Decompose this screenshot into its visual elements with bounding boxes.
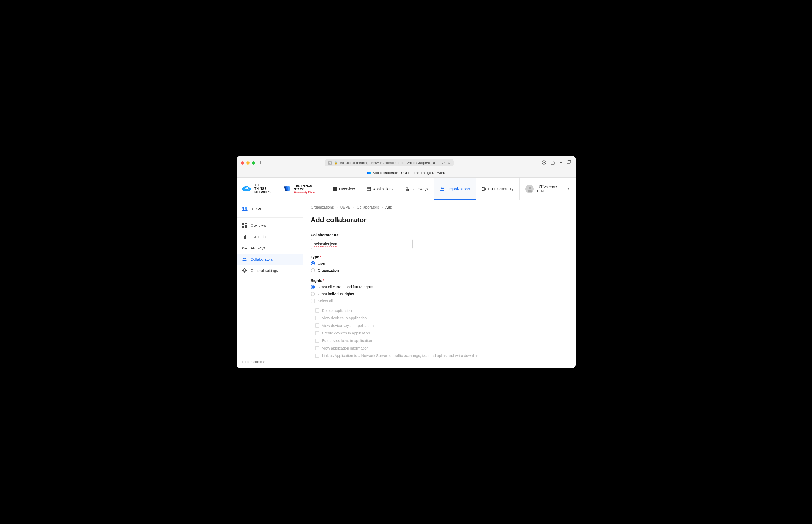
checkbox-icon: [315, 331, 319, 335]
nav-organizations[interactable]: Organizations: [434, 178, 475, 200]
svg-rect-9: [567, 161, 570, 164]
forward-button[interactable]: ›: [275, 160, 277, 166]
radio-icon: [311, 292, 315, 296]
sidebar-toggle-icon[interactable]: [260, 161, 265, 165]
new-tab-icon[interactable]: +: [559, 160, 562, 166]
avatar-icon: [525, 185, 534, 193]
cluster-sub: Community: [497, 187, 513, 191]
lock-icon: 🔒: [334, 161, 338, 165]
right-item: Link as Application to a Network Server …: [315, 354, 568, 358]
people-icon: [242, 257, 247, 262]
hide-sidebar-button[interactable]: ‹ Hide sidebar: [237, 355, 303, 368]
url-bar[interactable]: 🔒 eu1.cloud.thethings.network/console/or…: [325, 159, 454, 166]
chevron-right-icon: ›: [337, 206, 338, 209]
svg-rect-16: [406, 189, 409, 191]
sidebar-overview-label: Overview: [251, 223, 266, 228]
breadcrumb-organizations[interactable]: Organizations: [311, 205, 334, 209]
right-label: Link as Application to a Network Server …: [322, 354, 479, 358]
type-organization-label: Organization: [318, 268, 339, 273]
cluster-selector[interactable]: EU1 Community: [475, 178, 519, 200]
logo-line1: THE THINGS: [254, 184, 273, 191]
svg-rect-14: [367, 187, 371, 191]
rights-individual-radio[interactable]: Grant individual rights: [311, 292, 568, 296]
org-icon: [241, 206, 249, 212]
rights-all-radio[interactable]: Grant all current and future rights: [311, 285, 568, 289]
top-nav: THE THINGS NETWORK THE THINGS STACK Comm…: [237, 178, 576, 200]
grid-icon: [333, 187, 337, 191]
checkbox-icon: [311, 299, 315, 303]
right-item: View devices in application: [315, 316, 568, 320]
gateway-icon: [405, 187, 409, 191]
close-window-button[interactable]: [241, 161, 244, 165]
breadcrumb-org[interactable]: UBPE: [340, 205, 351, 209]
sidebar: UBPE Overview Live data API keys: [237, 200, 303, 368]
collaborator-id-value: sebastienjean: [314, 242, 337, 246]
breadcrumb: Organizations › UBPE › Collaborators › A…: [311, 205, 568, 209]
collaborator-id-group: Collaborator ID* sebastienjean: [311, 233, 568, 249]
sidebar-item-general-settings[interactable]: General settings: [237, 265, 303, 276]
window-icon: [367, 187, 371, 191]
checkbox-icon: [315, 339, 319, 343]
share-icon[interactable]: [551, 160, 555, 166]
right-label: View devices in application: [322, 316, 367, 320]
svg-rect-12: [333, 189, 335, 191]
user-name: IUT-Valence-TTN: [537, 185, 564, 193]
svg-point-18: [442, 187, 444, 189]
network-logo[interactable]: THE THINGS NETWORK: [237, 178, 278, 200]
user-menu[interactable]: IUT-Valence-TTN ▼: [519, 178, 575, 200]
sidebar-item-api-keys[interactable]: API keys: [237, 242, 303, 254]
browser-chrome: ‹ › 🔒 eu1.cloud.thethings.network/consol…: [237, 156, 576, 178]
rights-label: Rights*: [311, 278, 568, 283]
nav-gateways[interactable]: Gateways: [399, 178, 434, 200]
sidebar-item-collaborators[interactable]: Collaborators: [237, 254, 303, 265]
svg-rect-0: [260, 161, 265, 164]
reload-icon[interactable]: ↻: [447, 161, 451, 165]
collaborator-id-input[interactable]: sebastienjean: [311, 239, 413, 249]
nav-overview[interactable]: Overview: [327, 178, 361, 200]
stack-logo[interactable]: THE THINGS STACK Community Edition: [278, 178, 327, 200]
checkbox-icon: [315, 324, 319, 328]
checkbox-icon: [315, 308, 319, 313]
stack-icon: [283, 185, 291, 193]
downloads-icon[interactable]: [542, 160, 546, 166]
page-title: Add collaborator: [311, 216, 568, 224]
main: UBPE Overview Live data API keys: [237, 200, 576, 368]
sidebar-item-live-data[interactable]: Live data: [237, 231, 303, 242]
type-group: Type* User Organization: [311, 255, 568, 273]
content: Organizations › UBPE › Collaborators › A…: [303, 200, 576, 368]
sidebar-api-keys-label: API keys: [251, 246, 265, 250]
tabs-icon[interactable]: [567, 160, 571, 166]
breadcrumb-collaborators[interactable]: Collaborators: [357, 205, 379, 209]
checkbox-icon: [315, 316, 319, 320]
chevron-left-icon: ‹: [242, 360, 243, 364]
right-label: Edit device keys in application: [322, 339, 372, 343]
translate-icon[interactable]: ⇄: [442, 161, 445, 165]
sidebar-org-header[interactable]: UBPE: [237, 200, 303, 218]
svg-point-37: [244, 258, 246, 259]
tab-title: Add collaborator - UBPE - The Things Net…: [237, 170, 576, 177]
nav-applications[interactable]: Applications: [361, 178, 399, 200]
traffic-lights: [241, 161, 255, 165]
breadcrumb-add: Add: [385, 205, 392, 209]
type-organization-radio[interactable]: Organization: [311, 268, 568, 273]
chart-icon: [242, 234, 247, 239]
svg-rect-28: [245, 225, 247, 228]
type-user-radio[interactable]: User: [311, 261, 568, 265]
right-item: Delete application: [315, 308, 568, 313]
svg-point-17: [441, 187, 442, 189]
nav-overview-label: Overview: [339, 187, 355, 191]
dashboard-icon: [242, 223, 247, 228]
svg-rect-25: [242, 223, 244, 225]
svg-point-38: [244, 270, 245, 272]
cloud-icon: [241, 185, 252, 193]
back-button[interactable]: ‹: [269, 160, 271, 166]
maximize-window-button[interactable]: [252, 161, 255, 165]
sidebar-item-overview[interactable]: Overview: [237, 220, 303, 231]
browser-toolbar: ‹ › 🔒 eu1.cloud.thethings.network/consol…: [237, 156, 576, 170]
minimize-window-button[interactable]: [246, 161, 250, 165]
gear-icon: [242, 268, 247, 273]
chevron-right-icon: ›: [382, 206, 383, 209]
svg-rect-11: [335, 187, 337, 189]
sidebar-live-data-label: Live data: [251, 235, 266, 239]
nav-gateways-label: Gateways: [412, 187, 428, 191]
